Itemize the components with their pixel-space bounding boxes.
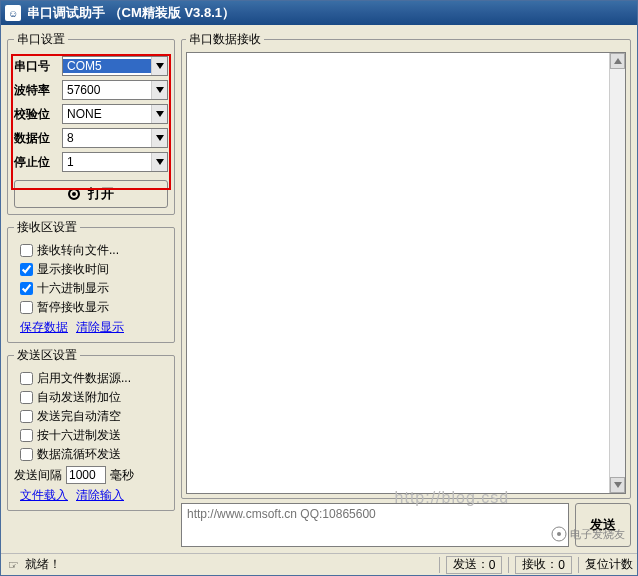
loop-send-row: 数据流循环发送 — [14, 446, 168, 463]
recv-settings-group: 接收区设置 接收转向文件... 显示接收时间 十六进制显示 暂停接收显示 — [7, 219, 175, 343]
databits-dropdown[interactable]: 8 — [62, 128, 168, 148]
window-title: 串口调试助手 （CM精装版 V3.8.1） — [27, 4, 235, 22]
stopbits-value: 1 — [63, 155, 151, 169]
port-dropdown[interactable]: COM5 — [62, 56, 168, 76]
auto-clear-checkbox[interactable] — [20, 410, 33, 423]
pause-recv-checkbox[interactable] — [20, 301, 33, 314]
recv-status: 接收： 0 — [515, 556, 572, 574]
send-button[interactable]: 发送 — [575, 503, 631, 547]
send-settings-legend: 发送区设置 — [14, 347, 80, 364]
file-load-link[interactable]: 文件载入 — [20, 487, 68, 504]
status-dot-icon — [68, 188, 80, 200]
databits-row: 数据位 8 — [14, 128, 168, 148]
send-settings-group: 发送区设置 启用文件数据源... 自动发送附加位 发送完自动清空 按十六进制发送 — [7, 347, 175, 511]
recv-to-file-checkbox[interactable] — [20, 244, 33, 257]
recv-links: 保存数据 清除显示 — [14, 319, 168, 336]
auto-append-checkbox[interactable] — [20, 391, 33, 404]
recv-area-legend: 串口数据接收 — [186, 31, 264, 48]
titlebar[interactable]: ☺ 串口调试助手 （CM精装版 V3.8.1） — [1, 1, 637, 25]
baud-value: 57600 — [63, 83, 151, 97]
file-src-checkbox[interactable] — [20, 372, 33, 385]
stopbits-dropdown[interactable]: 1 — [62, 152, 168, 172]
file-src-label: 启用文件数据源... — [37, 370, 131, 387]
chevron-down-icon — [151, 153, 167, 171]
send-row: 发送 — [181, 503, 631, 547]
parity-dropdown[interactable]: NONE — [62, 104, 168, 124]
reset-counter-link[interactable]: 复位计数 — [585, 556, 633, 573]
databits-label: 数据位 — [14, 130, 58, 147]
clear-display-link[interactable]: 清除显示 — [76, 319, 124, 336]
send-links: 文件载入 清除输入 — [14, 487, 168, 504]
recv-to-file-row: 接收转向文件... — [14, 242, 168, 259]
left-panel: 串口设置 串口号 COM5 波特率 57600 — [7, 31, 175, 547]
parity-label: 校验位 — [14, 106, 58, 123]
stopbits-label: 停止位 — [14, 154, 58, 171]
chevron-down-icon — [151, 105, 167, 123]
parity-value: NONE — [63, 107, 151, 121]
baud-dropdown[interactable]: 57600 — [62, 80, 168, 100]
port-settings-group: 串口设置 串口号 COM5 波特率 57600 — [7, 31, 175, 215]
show-time-label: 显示接收时间 — [37, 261, 109, 278]
recv-settings-legend: 接收区设置 — [14, 219, 80, 236]
chevron-down-icon — [151, 81, 167, 99]
sent-label: 发送： — [453, 556, 489, 573]
chevron-down-icon — [151, 57, 167, 75]
sent-status: 发送： 0 — [446, 556, 503, 574]
app-icon: ☺ — [5, 5, 21, 21]
scroll-down-icon[interactable] — [610, 477, 625, 493]
databits-value: 8 — [63, 131, 151, 145]
show-time-checkbox[interactable] — [20, 263, 33, 276]
interval-row: 发送间隔 毫秒 — [14, 466, 168, 484]
auto-append-label: 自动发送附加位 — [37, 389, 121, 406]
hex-display-row: 十六进制显示 — [14, 280, 168, 297]
recv-label: 接收： — [522, 556, 558, 573]
hex-send-checkbox[interactable] — [20, 429, 33, 442]
port-settings-legend: 串口设置 — [14, 31, 68, 48]
parity-row: 校验位 NONE — [14, 104, 168, 124]
status-ready: 就绪！ — [25, 556, 61, 573]
loop-send-checkbox[interactable] — [20, 448, 33, 461]
vertical-scrollbar[interactable] — [609, 53, 625, 493]
hex-display-label: 十六进制显示 — [37, 280, 109, 297]
status-bar: ☞ 就绪！ 发送： 0 接收： 0 复位计数 — [1, 553, 637, 575]
pause-recv-label: 暂停接收显示 — [37, 299, 109, 316]
interval-input[interactable] — [66, 466, 106, 484]
port-row: 串口号 COM5 — [14, 56, 168, 76]
interval-label: 发送间隔 — [14, 467, 62, 484]
app-window: ☺ 串口调试助手 （CM精装版 V3.8.1） 串口设置 串口号 COM5 波特… — [0, 0, 638, 576]
open-button[interactable]: 打开 — [14, 180, 168, 208]
baud-label: 波特率 — [14, 82, 58, 99]
open-button-label: 打开 — [88, 185, 114, 203]
right-panel: 串口数据接收 发送 http://blog.csd — [181, 31, 631, 547]
recv-area-group: 串口数据接收 — [181, 31, 631, 499]
loop-send-label: 数据流循环发送 — [37, 446, 121, 463]
save-data-link[interactable]: 保存数据 — [20, 319, 68, 336]
auto-clear-row: 发送完自动清空 — [14, 408, 168, 425]
sent-value: 0 — [489, 558, 496, 572]
auto-append-row: 自动发送附加位 — [14, 389, 168, 406]
auto-clear-label: 发送完自动清空 — [37, 408, 121, 425]
stopbits-row: 停止位 1 — [14, 152, 168, 172]
send-textbox[interactable] — [181, 503, 569, 547]
hand-icon: ☞ — [5, 557, 21, 573]
recv-to-file-label: 接收转向文件... — [37, 242, 119, 259]
baud-row: 波特率 57600 — [14, 80, 168, 100]
main-content: 串口设置 串口号 COM5 波特率 57600 — [1, 25, 637, 553]
scroll-up-icon[interactable] — [610, 53, 625, 69]
hex-display-checkbox[interactable] — [20, 282, 33, 295]
pause-recv-row: 暂停接收显示 — [14, 299, 168, 316]
clear-input-link[interactable]: 清除输入 — [76, 487, 124, 504]
interval-unit: 毫秒 — [110, 467, 134, 484]
port-label: 串口号 — [14, 58, 58, 75]
port-value: COM5 — [63, 59, 151, 73]
file-src-row: 启用文件数据源... — [14, 370, 168, 387]
hex-send-row: 按十六进制发送 — [14, 427, 168, 444]
recv-area: 串口数据接收 — [181, 31, 631, 499]
recv-textbox[interactable] — [186, 52, 626, 494]
send-button-label: 发送 — [590, 517, 616, 532]
show-time-row: 显示接收时间 — [14, 261, 168, 278]
chevron-down-icon — [151, 129, 167, 147]
recv-value: 0 — [558, 558, 565, 572]
hex-send-label: 按十六进制发送 — [37, 427, 121, 444]
